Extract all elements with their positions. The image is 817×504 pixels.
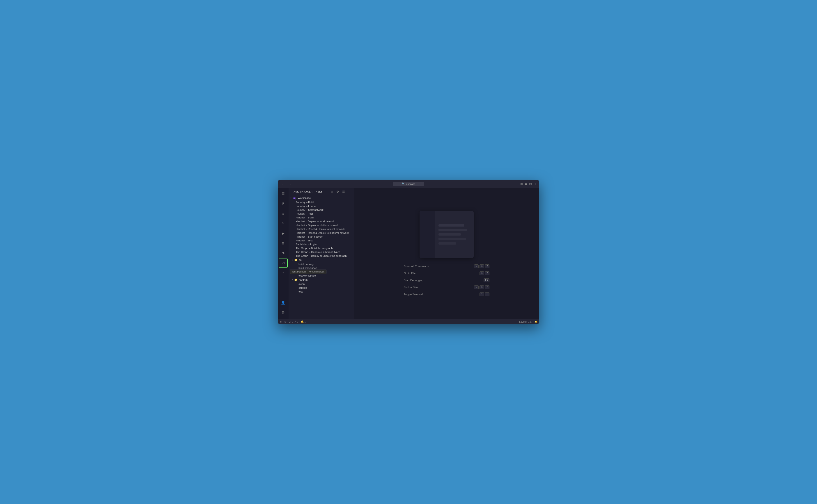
list-item[interactable]: build workspace bbox=[289, 266, 354, 270]
list-item[interactable]: compile bbox=[289, 286, 354, 290]
command-label: Go to File bbox=[404, 272, 415, 275]
hardhat-chevron-icon: ▾ bbox=[292, 279, 293, 281]
activity-bar: ☰ ⎘ ⌕ ⑂ ▶ ⊞ ⚗ ☑ Task Manager – No runnin… bbox=[278, 188, 289, 319]
commands-section: Show All Commands ⇧ ⌘ P Go to File ⌘ P bbox=[404, 264, 489, 296]
list-item[interactable]: test bbox=[289, 290, 354, 293]
sidebar-item-testing[interactable]: ⚗ bbox=[279, 249, 288, 258]
command-row: Go to File ⌘ P bbox=[404, 271, 489, 275]
hardhat-label: hardhat bbox=[299, 278, 308, 281]
key-badge: ⇧ bbox=[474, 285, 479, 289]
workspace-label: Workspace bbox=[298, 197, 311, 199]
command-row: Show All Commands ⇧ ⌘ P bbox=[404, 264, 489, 268]
sidebar-item-search[interactable]: ⌕ bbox=[279, 209, 288, 218]
go-group-header[interactable]: ▾ 📁 go bbox=[289, 258, 354, 262]
list-item[interactable]: Hardhat – Build bbox=[289, 216, 354, 219]
command-row: Find in Files ⇧ ⌘ F bbox=[404, 285, 489, 289]
sidebar: TASK MANAGER: TASKS ↻ ⚙ ☰ ··· ▾ {⇄} Work… bbox=[289, 188, 354, 319]
workspace-group-header[interactable]: ▾ {⇄} Workspace bbox=[289, 196, 354, 200]
list-item[interactable]: Foundry – Start network bbox=[289, 208, 354, 212]
decoration-line bbox=[438, 224, 464, 227]
sidebar-item-extensions[interactable]: ⊞ bbox=[279, 239, 288, 248]
key-badge: ⌘ bbox=[479, 271, 484, 275]
refresh-button[interactable]: ↻ bbox=[329, 189, 334, 194]
sidebar-item-account[interactable]: 👤 bbox=[279, 298, 288, 307]
workspace-chevron-icon: ▾ bbox=[290, 197, 292, 199]
layout-button[interactable]: ▤ bbox=[529, 182, 532, 186]
key-badge: P bbox=[485, 264, 489, 268]
list-item[interactable]: clean bbox=[289, 282, 354, 286]
settings-button[interactable]: ⚙ bbox=[335, 189, 340, 194]
key-badge: P bbox=[485, 271, 489, 275]
key-badge: ⌘ bbox=[479, 285, 484, 289]
command-keys: ⇧ ⌘ P bbox=[474, 264, 489, 268]
customize-layout-button[interactable]: ⊟ bbox=[534, 182, 536, 186]
list-item[interactable]: Hardhat – Start network bbox=[289, 235, 354, 238]
sidebar-item-run-debug[interactable]: ▶ bbox=[279, 229, 288, 238]
list-item[interactable]: The Graph – Deploy or update the subgrap… bbox=[289, 254, 354, 258]
key-badge: ⌃ bbox=[479, 292, 484, 296]
list-item[interactable]: Hardhat – Test bbox=[289, 238, 354, 242]
statusbar-errors: ✗ 0 △ 0 bbox=[289, 320, 298, 323]
list-item[interactable]: Foundry – Format bbox=[289, 204, 354, 208]
split-editor-button[interactable]: ⊞ bbox=[520, 182, 523, 186]
sidebar-title: TASK MANAGER: TASKS bbox=[292, 191, 323, 193]
list-item[interactable]: Hardhat – Deploy to local network bbox=[289, 219, 354, 223]
list-item[interactable]: SettleMint – Login bbox=[289, 242, 354, 246]
list-item[interactable]: test workspace bbox=[289, 274, 354, 277]
nav-forward-button[interactable]: → bbox=[287, 182, 292, 186]
toggle-sidebar-button[interactable]: ▣ bbox=[525, 182, 527, 186]
sidebar-header: TASK MANAGER: TASKS ↻ ⚙ ☰ ··· bbox=[289, 188, 354, 196]
search-text: usecase bbox=[406, 183, 415, 185]
list-item[interactable]: test package bbox=[289, 270, 354, 274]
list-item[interactable]: Hardhat – Deploy to platform network bbox=[289, 223, 354, 227]
search-icon: 🔍 bbox=[402, 182, 405, 185]
nav-back-button[interactable]: ← bbox=[281, 182, 286, 186]
sidebar-item-files[interactable]: ⎘ bbox=[279, 199, 288, 208]
command-keys: ⇧ ⌘ F bbox=[474, 285, 489, 289]
sidebar-item-deploy[interactable]: ✦ bbox=[279, 268, 288, 277]
sidebar-content: ▾ {⇄} Workspace Foundry – Build Foundry … bbox=[289, 196, 354, 319]
workspace-icon: {⇄} bbox=[292, 196, 297, 200]
statusbar-notifications: 🔔 1 bbox=[301, 320, 306, 323]
open-terminal-button[interactable]: ☰ bbox=[341, 189, 346, 194]
decoration-line bbox=[438, 229, 467, 231]
welcome-visual: Show All Commands ⇧ ⌘ P Go to File ⌘ P bbox=[404, 211, 489, 296]
go-chevron-icon: ▾ bbox=[292, 259, 293, 261]
decoration-line bbox=[438, 233, 461, 236]
statusbar-left: ⊞ ⊕ ✗ 0 △ 0 🔔 1 bbox=[280, 320, 306, 323]
welcome-card-sidebar-decoration bbox=[420, 211, 435, 258]
statusbar-bell-icon: 🔔 bbox=[534, 320, 537, 323]
key-badge: ⌘ bbox=[479, 264, 484, 268]
command-label: Toggle Terminal bbox=[404, 293, 423, 296]
sidebar-item-menu[interactable]: ☰ bbox=[279, 189, 288, 198]
more-actions-button[interactable]: ··· bbox=[347, 189, 352, 194]
titlebar-nav: ← → bbox=[281, 182, 292, 186]
command-label: Show All Commands bbox=[404, 265, 429, 268]
sidebar-header-actions: ↻ ⚙ ☰ ··· bbox=[329, 189, 352, 194]
list-item[interactable]: Foundry – Build bbox=[289, 200, 354, 204]
list-item[interactable]: The Graph – Generate subgraph types bbox=[289, 250, 354, 254]
command-label: Find in Files bbox=[404, 286, 418, 289]
sidebar-item-settings[interactable]: ⚙ bbox=[279, 308, 288, 317]
list-item[interactable]: Hardhat – Reset & Deploy to local networ… bbox=[289, 227, 354, 231]
statusbar-right: Layout: U.S. 🔔 bbox=[519, 320, 537, 323]
command-keys: ⌘ P bbox=[479, 271, 489, 275]
hardhat-group-header[interactable]: ▾ 📁 hardhat bbox=[289, 277, 354, 282]
titlebar: ← → 🔍 usecase ⊞ ▣ ▤ ⊟ bbox=[278, 180, 539, 188]
list-item[interactable]: Hardhat – Reset & Deploy to platform net… bbox=[289, 231, 354, 235]
statusbar: ⊞ ⊕ ✗ 0 △ 0 🔔 1 Layout: U.S. 🔔 bbox=[278, 319, 539, 324]
list-item[interactable]: build package bbox=[289, 262, 354, 266]
main-area: ☰ ⎘ ⌕ ⑂ ▶ ⊞ ⚗ ☑ Task Manager – No runnin… bbox=[278, 188, 539, 319]
key-badge: F5 bbox=[484, 278, 489, 282]
list-item[interactable]: The Graph – Build the subgraph bbox=[289, 246, 354, 250]
key-badge: ` bbox=[485, 292, 489, 296]
list-item[interactable]: Foundry – Test bbox=[289, 212, 354, 216]
sidebar-item-task-manager[interactable]: ☑ Task Manager – No running task bbox=[279, 259, 288, 268]
welcome-card bbox=[420, 211, 474, 258]
titlebar-search[interactable]: 🔍 usecase bbox=[393, 182, 424, 186]
command-label: Start Debugging bbox=[404, 279, 423, 282]
sidebar-item-source-control[interactable]: ⑂ bbox=[279, 219, 288, 228]
wsl-icon: ⊞ bbox=[280, 320, 282, 323]
command-keys: F5 bbox=[484, 278, 489, 282]
decoration-line bbox=[438, 238, 466, 240]
